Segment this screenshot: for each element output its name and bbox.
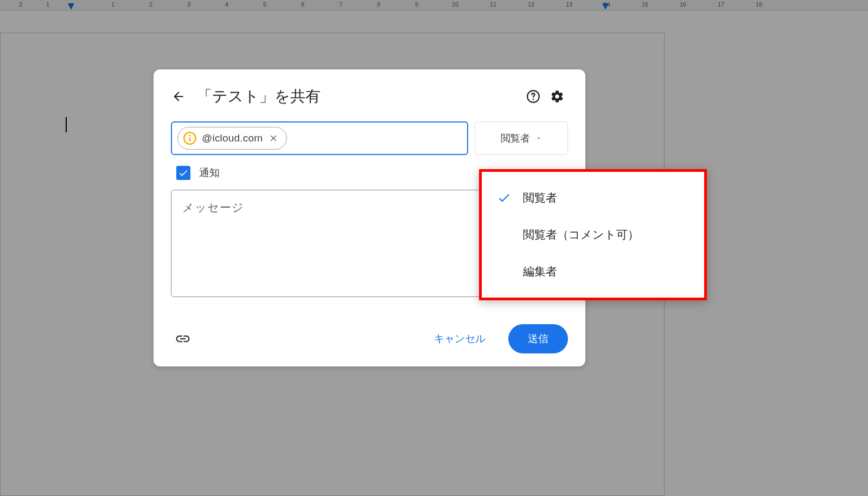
chevron-down-icon (535, 135, 542, 141)
svg-point-2 (189, 135, 190, 137)
copy-link-button[interactable] (171, 327, 195, 351)
dropdown-item-editor[interactable]: 編集者 (482, 253, 704, 290)
help-icon (526, 89, 540, 104)
dropdown-item-label: 編集者 (523, 264, 557, 279)
settings-button[interactable] (546, 86, 568, 107)
notify-checkbox[interactable] (176, 166, 190, 180)
svg-rect-3 (189, 137, 191, 141)
help-button[interactable] (522, 86, 544, 107)
dropdown-item-label: 閲覧者（コメント可） (523, 227, 639, 242)
close-icon (269, 133, 278, 143)
permission-select-label: 閲覧者 (501, 132, 530, 145)
message-placeholder: メッセージ (182, 201, 244, 214)
dropdown-item-commenter[interactable]: 閲覧者（コメント可） (482, 216, 704, 253)
dialog-title: 「テスト」を共有 (197, 86, 520, 107)
svg-point-0 (533, 99, 534, 100)
cancel-button[interactable]: キャンセル (422, 325, 497, 352)
dialog-footer: キャンセル 送信 (171, 324, 568, 353)
recipient-chip[interactable]: @icloud.com (177, 127, 287, 150)
dropdown-item-label: 閲覧者 (523, 190, 557, 205)
permission-dropdown-menu: 閲覧者 閲覧者（コメント可） 編集者 (479, 169, 707, 300)
check-icon (497, 191, 511, 205)
info-icon (182, 131, 197, 146)
dialog-header: 「テスト」を共有 (171, 86, 568, 107)
send-button[interactable]: 送信 (508, 324, 568, 353)
notify-label: 通知 (199, 166, 220, 180)
recipient-row: @icloud.com 閲覧者 (171, 121, 568, 155)
chip-remove-button[interactable] (267, 132, 280, 145)
gear-icon (550, 89, 564, 104)
dropdown-item-viewer[interactable]: 閲覧者 (482, 179, 704, 216)
check-icon (178, 168, 189, 178)
chip-email: @icloud.com (202, 132, 263, 144)
back-button[interactable] (168, 86, 189, 107)
arrow-left-icon (171, 89, 186, 104)
recipient-input[interactable]: @icloud.com (171, 121, 468, 155)
link-icon (175, 331, 191, 347)
permission-select[interactable]: 閲覧者 (475, 121, 568, 155)
